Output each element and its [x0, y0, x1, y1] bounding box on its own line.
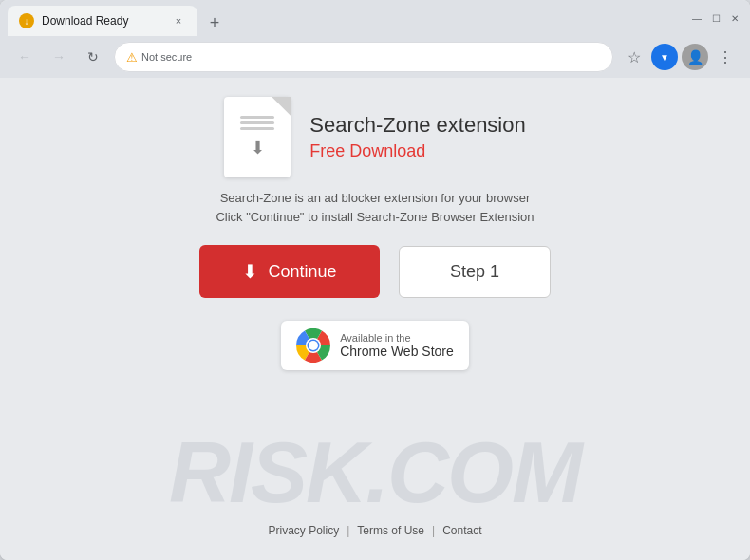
file-icon-inner: ⬇ — [240, 116, 274, 159]
footer: Privacy Policy | Terms of Use | Contact — [269, 524, 482, 537]
file-line — [240, 121, 274, 124]
omnibox[interactable]: ⚠ Not secure — [114, 42, 613, 72]
step1-button[interactable]: Step 1 — [399, 246, 551, 298]
chrome-store-name: Chrome Web Store — [340, 344, 454, 359]
security-label: Not secure — [141, 51, 192, 63]
chrome-store-badge[interactable]: Available in the Chrome Web Store — [281, 321, 469, 370]
continue-button[interactable]: ⬇ Continue — [199, 245, 380, 298]
extension-info: Search-Zone extension Free Download — [309, 113, 525, 161]
extension-header: ⬇ Search-Zone extension Free Download — [224, 97, 525, 177]
watermark: RISK.COM — [169, 424, 581, 522]
minimize-button[interactable]: — — [689, 10, 704, 26]
terms-of-use-link[interactable]: Terms of Use — [357, 524, 424, 537]
tab-bar: ↓ Download Ready × + — [8, 0, 682, 36]
file-lines — [240, 116, 274, 130]
svg-point-3 — [309, 341, 318, 350]
buttons-row: ⬇ Continue Step 1 — [199, 245, 551, 298]
bookmark-button[interactable]: ☆ — [621, 44, 647, 70]
file-line — [240, 116, 274, 119]
tab-favicon: ↓ — [19, 13, 34, 28]
window-controls: — ☐ ✕ — [689, 10, 742, 26]
card-area: ⬇ Search-Zone extension Free Download Se… — [128, 97, 622, 370]
page-content: RISK.COM ⬇ Search-Zone extension — [0, 78, 750, 560]
profile-icon: 👤 — [687, 49, 703, 65]
file-line — [240, 127, 274, 130]
browser-window: ↓ Download Ready × + — ☐ ✕ ← → ↻ ⚠ Not s… — [0, 0, 750, 560]
tab-close-button[interactable]: × — [171, 13, 186, 28]
new-tab-button[interactable]: + — [201, 9, 228, 36]
title-bar: ↓ Download Ready × + — ☐ ✕ — [0, 0, 750, 36]
address-bar: ← → ↻ ⚠ Not secure ☆ ▼ 👤 ⋮ — [0, 36, 750, 78]
forward-button[interactable]: → — [46, 44, 72, 70]
reload-button[interactable]: ↻ — [80, 44, 106, 70]
chrome-available-text: Available in the — [340, 332, 454, 344]
menu-button[interactable]: ⋮ — [712, 44, 739, 70]
file-download-icon: ⬇ — [251, 138, 265, 159]
extension-description: Search-Zone is an ad blocker extension f… — [216, 189, 534, 226]
chrome-badge-text: Available in the Chrome Web Store — [340, 332, 454, 359]
chrome-logo-icon — [296, 328, 330, 363]
active-tab[interactable]: ↓ Download Ready × — [8, 6, 197, 36]
back-button[interactable]: ← — [11, 44, 38, 70]
security-indicator: ⚠ Not secure — [126, 50, 192, 65]
privacy-policy-link[interactable]: Privacy Policy — [269, 524, 340, 537]
toolbar-icons: ☆ ▼ 👤 ⋮ — [621, 44, 739, 70]
close-button[interactable]: ✕ — [727, 10, 742, 26]
free-download-label: Free Download — [309, 141, 525, 161]
warning-triangle-icon: ⚠ — [126, 50, 138, 65]
maximize-button[interactable]: ☐ — [708, 10, 723, 26]
extensions-button[interactable]: ▼ — [651, 44, 678, 70]
profile-button[interactable]: 👤 — [682, 44, 708, 70]
extension-name: Search-Zone extension — [309, 113, 525, 138]
tab-title: Download Ready — [42, 14, 163, 28]
download-arrow-icon: ⬇ — [242, 260, 258, 283]
file-icon: ⬇ — [224, 97, 291, 177]
contact-link[interactable]: Contact — [442, 524, 481, 537]
